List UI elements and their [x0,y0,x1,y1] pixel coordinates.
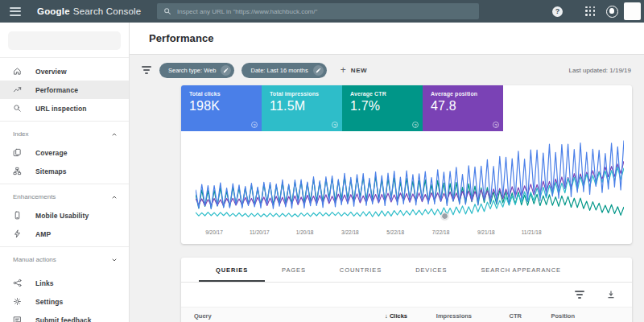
last-updated-text: Last updated: 1/19/19 [569,67,631,74]
tab-search-appearance[interactable]: SEARCH APPEARANCE [464,258,578,282]
mobile-usability-icon [13,211,22,220]
notifications-icon[interactable] [606,0,618,23]
metric-value: 1.7% [350,99,423,114]
sidebar-item-label: AMP [35,230,51,238]
x-tick-label: 1/20/18 [287,229,323,235]
x-axis-labels: 9/20/1711/20/171/20/183/22/185/22/187/22… [181,131,632,244]
column-header-position[interactable]: Position [522,312,575,320]
x-tick-label: 3/22/18 [332,229,368,235]
section-label: Manual actions [13,256,111,263]
table-toolbar [181,283,632,307]
url-inspect-searchbox[interactable] [157,3,479,19]
dimension-tabs: QUERIESPAGESCOUNTRIESDEVICESSEARCH APPEA… [181,258,632,283]
sidebar-item-label: Links [35,279,54,287]
sidebar-item-performance[interactable]: Performance [0,80,129,99]
sidebar: OverviewPerformanceURL inspectionIndexCo… [0,23,130,322]
annotation-marker[interactable] [441,213,448,220]
metric-help-icon[interactable]: ? [332,122,338,128]
performance-icon [13,85,22,94]
logo-google: Google [37,6,70,16]
sidebar-section-index[interactable]: Index [0,125,129,143]
sidebar-item-label: Mobile Usability [35,212,89,220]
metric-label: Average position [431,91,503,97]
top-app-bar: GoogleSearch Console ? [0,0,644,23]
sidebar-item-coverage[interactable]: Coverage [0,143,129,162]
logo-product: Search Console [73,6,142,16]
apps-grid-icon[interactable] [585,0,596,23]
metric-tile-average-ctr[interactable]: Average CTR1.7%? [342,85,423,131]
sidebar-item-mobile-usability[interactable]: Mobile Usability [0,206,129,225]
sidebar-item-amp[interactable]: AMP [0,225,129,243]
sidebar-item-links[interactable]: Links [0,274,129,292]
table-filter-icon[interactable] [574,291,584,299]
sidebar-item-sitemaps[interactable]: Sitemaps [0,162,129,180]
filter-bar: Search type: WebDate: Last 16 months + N… [130,55,644,85]
sidebar-item-settings[interactable]: Settings [0,292,129,311]
sidebar-item-label: Sitemaps [35,167,67,175]
edit-pencil-icon[interactable] [313,65,324,76]
filter-chip[interactable]: Search type: Web [159,63,234,78]
metric-help-icon[interactable]: ? [412,122,419,128]
sidebar-item-submit-feedback[interactable]: Submit feedback [0,311,129,322]
sidebar-divider [0,121,129,122]
metric-tile-total-impressions[interactable]: Total impressions11.5M? [262,85,342,131]
section-label: Enhancements [13,193,111,200]
page-header: Performance [130,23,644,55]
filter-chip[interactable]: Date: Last 16 months [242,63,326,78]
sidebar-section-enhancements[interactable]: Enhancements [0,188,129,206]
new-filter-label: NEW [351,67,367,74]
x-tick-label: 11/20/17 [242,229,277,235]
metric-help-icon[interactable]: ? [251,122,258,128]
coverage-icon [13,148,22,157]
column-header-clicks[interactable]: ↓ Clicks [335,312,407,320]
sidebar-item-url-inspection[interactable]: URL inspection [0,99,129,118]
column-header-impressions[interactable]: Impressions [407,312,472,320]
chevron-up-icon [111,131,118,138]
account-avatar[interactable] [624,2,641,20]
section-label: Index [13,130,111,138]
metric-tile-total-clicks[interactable]: Total clicks198K? [181,85,262,131]
sidebar-section-manual-actions[interactable]: Manual actions [0,250,129,269]
x-tick-label: 9/20/17 [196,229,232,235]
page-title: Performance [149,32,214,44]
table-header-row: Query↓ ClicksImpressionsCTRPosition [181,307,632,322]
app-logo: GoogleSearch Console [37,6,141,16]
x-tick-label: 5/22/18 [378,229,413,235]
x-tick-label: 7/22/18 [423,229,459,235]
new-filter-button[interactable]: + NEW [341,66,367,74]
column-header-query[interactable]: Query [194,312,335,320]
metric-label: Average CTR [350,91,423,97]
sidebar-item-overview[interactable]: Overview [0,62,129,80]
hamburger-menu-icon[interactable] [10,5,21,18]
tab-pages[interactable]: PAGES [265,258,323,282]
search-input[interactable] [177,8,473,15]
tab-queries[interactable]: QUERIES [199,258,265,282]
filter-icon[interactable] [141,66,151,74]
edit-pencil-icon[interactable] [221,65,231,76]
metric-tile-average-position[interactable]: Average position47.8? [423,85,503,131]
chip-label: Search type: Web [168,67,216,74]
column-header-ctr[interactable]: CTR [472,312,522,320]
metric-label: Total impressions [270,91,342,97]
feedback-icon [13,316,22,322]
plus-icon: + [341,66,346,74]
main-area: Performance Search type: WebDate: Last 1… [130,23,644,322]
sidebar-item-label: Performance [35,86,78,94]
url-inspection-icon [13,104,22,113]
metric-value: 11.5M [270,99,342,114]
metric-label: Total clicks [189,91,262,97]
help-icon[interactable]: ? [552,0,563,23]
sidebar-nav: OverviewPerformanceURL inspectionIndexCo… [0,58,129,322]
chip-label: Date: Last 16 months [250,67,308,74]
tab-devices[interactable]: DEVICES [398,258,464,282]
download-icon[interactable] [606,290,616,299]
metric-tiles: Total clicks198K?Total impressions11.5M?… [181,85,632,131]
sidebar-divider [0,184,129,184]
sidebar-item-label: Submit feedback [35,316,92,322]
property-selector[interactable] [0,23,129,58]
metric-help-icon[interactable]: ? [493,122,499,128]
performance-chart-card: Total clicks198K?Total impressions11.5M?… [181,85,632,244]
chart-area: 9/20/1711/20/171/20/183/22/185/22/187/22… [181,131,632,244]
tab-countries[interactable]: COUNTRIES [323,258,398,282]
amp-icon [13,229,22,238]
